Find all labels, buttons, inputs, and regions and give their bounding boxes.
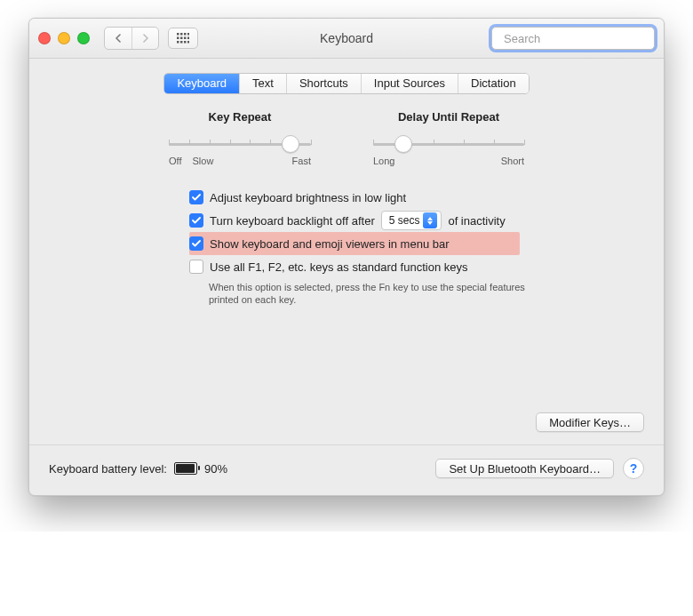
bottom-button-row: Modifier Keys… <box>29 306 664 445</box>
checkmark-icon <box>192 240 201 247</box>
label-function-keys: Use all F1, F2, etc. keys as standard fu… <box>210 260 467 274</box>
svg-rect-5 <box>180 37 183 40</box>
search-field[interactable] <box>491 27 655 50</box>
checkbox-function-keys[interactable] <box>189 260 203 274</box>
delay-label-long: Long <box>373 156 394 166</box>
key-repeat-labels: Off Slow Fast <box>169 156 311 166</box>
delay-until-repeat-title: Delay Until Repeat <box>398 110 499 124</box>
checkbox-adjust-brightness[interactable] <box>189 190 203 204</box>
key-repeat-slider[interactable] <box>169 136 311 150</box>
hint-function-keys: When this option is selected, press the … <box>209 281 529 306</box>
battery-percent: 90% <box>204 462 227 476</box>
tab-dictation[interactable]: Dictation <box>458 74 529 93</box>
label-backlight-off-after: of inactivity <box>448 214 505 228</box>
svg-rect-10 <box>184 41 187 44</box>
label-show-viewers: Show keyboard and emoji viewers in menu … <box>210 237 450 251</box>
svg-rect-8 <box>177 41 179 44</box>
option-backlight-off[interactable]: Turn keyboard backlight off after 5 secs… <box>189 209 664 232</box>
option-adjust-brightness[interactable]: Adjust keyboard brightness in low light <box>189 186 664 209</box>
footer: Keyboard battery level: 90% Set Up Bluet… <box>29 445 664 495</box>
delay-until-repeat-labels: Long Short <box>373 156 524 166</box>
svg-rect-0 <box>177 33 179 36</box>
chevron-left-icon <box>115 34 122 43</box>
delay-until-repeat-thumb[interactable] <box>394 135 412 153</box>
nav-back-forward <box>104 27 159 50</box>
titlebar: Keyboard <box>29 19 664 59</box>
close-window-button[interactable] <box>38 32 51 44</box>
svg-rect-9 <box>180 41 183 44</box>
zoom-window-button[interactable] <box>77 32 90 44</box>
label-backlight-off-before: Turn keyboard backlight off after <box>210 214 375 228</box>
svg-rect-4 <box>177 37 179 40</box>
checkmark-icon <box>192 194 201 201</box>
options-list: Adjust keyboard brightness in low light … <box>29 186 664 306</box>
keyboard-battery: Keyboard battery level: 90% <box>49 462 227 476</box>
checkbox-show-viewers[interactable] <box>189 236 203 251</box>
keyboard-preferences-window: Keyboard Keyboard Text Shortcuts Input S… <box>28 18 665 496</box>
tabs: Keyboard Text Shortcuts Input Sources Di… <box>163 73 529 94</box>
select-stepper-icon <box>423 212 437 228</box>
show-all-button[interactable] <box>168 28 198 49</box>
key-repeat-thumb[interactable] <box>282 135 299 153</box>
svg-rect-6 <box>184 37 187 40</box>
battery-icon <box>174 462 197 475</box>
chevron-right-icon <box>142 34 149 43</box>
svg-rect-1 <box>180 33 183 36</box>
search-input[interactable] <box>502 31 655 46</box>
key-repeat-label-slow: Slow <box>192 156 213 166</box>
label-adjust-brightness: Adjust keyboard brightness in low light <box>210 191 406 204</box>
key-repeat-block: Key Repeat Off Slow Fast <box>169 110 311 166</box>
key-repeat-label-off: Off <box>169 156 181 166</box>
tab-shortcuts[interactable]: Shortcuts <box>286 74 361 93</box>
backlight-timeout-value: 5 secs <box>389 214 420 227</box>
delay-until-repeat-block: Delay Until Repeat Long Short <box>373 110 524 166</box>
setup-bluetooth-keyboard-button[interactable]: Set Up Bluetooth Keyboard… <box>435 459 614 478</box>
tab-keyboard[interactable]: Keyboard <box>164 74 239 93</box>
tab-text[interactable]: Text <box>239 74 286 93</box>
grid-icon <box>177 33 189 44</box>
help-button[interactable]: ? <box>623 458 644 479</box>
option-show-viewers[interactable]: Show keyboard and emoji viewers in menu … <box>189 232 520 255</box>
tab-input-sources[interactable]: Input Sources <box>361 74 458 93</box>
svg-rect-11 <box>187 41 189 44</box>
key-repeat-title: Key Repeat <box>209 110 272 124</box>
svg-rect-3 <box>187 33 189 36</box>
backlight-timeout-select[interactable]: 5 secs <box>381 211 442 230</box>
minimize-window-button[interactable] <box>58 32 70 44</box>
battery-label: Keyboard battery level: <box>49 462 167 476</box>
forward-button[interactable] <box>131 28 158 49</box>
sliders-row: Key Repeat Off Slow Fast Delay Until Rep… <box>29 103 664 186</box>
svg-rect-7 <box>187 37 189 40</box>
checkbox-backlight-off[interactable] <box>189 213 203 228</box>
delay-until-repeat-slider[interactable] <box>373 136 524 150</box>
window-controls <box>38 32 90 44</box>
back-button[interactable] <box>105 28 131 49</box>
tab-bar: Keyboard Text Shortcuts Input Sources Di… <box>29 59 664 103</box>
delay-label-short: Short <box>501 156 524 166</box>
checkmark-icon <box>192 217 201 224</box>
key-repeat-label-fast: Fast <box>292 156 311 166</box>
option-function-keys[interactable]: Use all F1, F2, etc. keys as standard fu… <box>189 255 664 278</box>
svg-rect-2 <box>184 33 187 36</box>
modifier-keys-button[interactable]: Modifier Keys… <box>536 412 644 432</box>
